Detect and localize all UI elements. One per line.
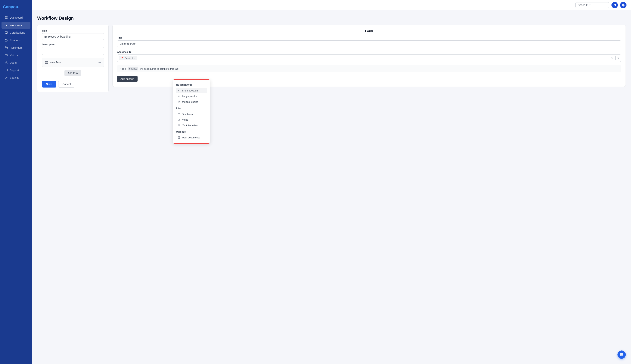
space-selector-text: Space X bbox=[578, 4, 588, 6]
title-input[interactable] bbox=[42, 33, 104, 40]
youtube-icon bbox=[178, 124, 181, 127]
sidebar-label-settings: Settings bbox=[10, 76, 19, 79]
title-label: Title bbox=[42, 29, 104, 32]
youtube-video-item[interactable]: Youtube video bbox=[176, 122, 207, 128]
sidebar-label-certifications: Certifications bbox=[10, 31, 25, 34]
info-label: Info bbox=[176, 107, 207, 110]
chat-icon bbox=[5, 68, 8, 72]
sidebar-label-videos: Videos bbox=[10, 54, 18, 57]
assign-clear-button[interactable]: ✕ bbox=[611, 56, 613, 60]
chevron-down-icon: ▾ bbox=[589, 4, 590, 6]
sidebar-item-users[interactable]: Users bbox=[2, 59, 31, 66]
svg-point-22 bbox=[179, 101, 180, 102]
tag-remove-button[interactable]: ✕ bbox=[134, 57, 136, 60]
save-button[interactable]: Save bbox=[42, 81, 56, 88]
right-panel: Form Title Assigned To 📍 Subject ✕ ✕ bbox=[112, 24, 626, 87]
add-task-button[interactable]: Add task bbox=[65, 70, 81, 76]
video-item-label: Video bbox=[182, 118, 188, 121]
video-icon bbox=[5, 54, 8, 57]
left-panel: Title Description New Task ⋯ Add task bbox=[37, 24, 109, 92]
svg-point-14 bbox=[6, 62, 7, 63]
user-icon bbox=[5, 61, 8, 64]
task-name: New Task bbox=[50, 61, 96, 64]
short-question-label: Short question bbox=[182, 89, 198, 92]
content-area: Workflow Design Title Description New Ta… bbox=[32, 10, 631, 364]
sidebar-label-users: Users bbox=[10, 61, 17, 64]
sidebar: Canyou. Dashboard Workflows bbox=[0, 0, 32, 364]
two-column-layout: Title Description New Task ⋯ Add task bbox=[37, 24, 626, 359]
form-title: Form bbox=[117, 29, 621, 33]
description-field: Description bbox=[42, 43, 104, 55]
text-block-item[interactable]: T Text block bbox=[176, 111, 207, 117]
bolt-icon bbox=[5, 24, 8, 27]
add-section-button[interactable]: Add section bbox=[117, 76, 138, 82]
svg-rect-1 bbox=[7, 16, 8, 18]
short-question-item[interactable]: Short question bbox=[176, 88, 207, 93]
sidebar-item-workflows[interactable]: Workflows bbox=[2, 22, 31, 29]
long-question-label: Long question bbox=[182, 95, 198, 98]
short-question-icon bbox=[178, 89, 181, 92]
form-title-label: Title bbox=[117, 36, 621, 39]
long-question-item[interactable]: Long question bbox=[176, 93, 207, 99]
sidebar-label-workflows: Workflows bbox=[10, 24, 22, 27]
youtube-video-label: Youtube video bbox=[182, 124, 198, 127]
description-label: Description bbox=[42, 43, 104, 46]
form-actions: Save Cancel bbox=[42, 81, 104, 88]
uploads-label: Uploads bbox=[176, 130, 207, 133]
subject-tag-label: Subject bbox=[125, 57, 133, 60]
space-selector[interactable]: Space X ▾ bbox=[575, 2, 609, 8]
more-icon[interactable]: ⋯ bbox=[98, 60, 101, 64]
svg-rect-18 bbox=[178, 95, 180, 97]
sidebar-item-reminders[interactable]: Reminders bbox=[2, 44, 31, 51]
svg-point-26 bbox=[179, 137, 180, 138]
sidebar-label-reminders: Reminders bbox=[10, 46, 23, 49]
text-block-icon: T bbox=[178, 112, 181, 116]
question-type-label: Question type bbox=[176, 84, 207, 86]
notification-button[interactable] bbox=[620, 2, 626, 8]
description-input[interactable] bbox=[42, 47, 104, 55]
assign-dropdown-button[interactable]: ▾ bbox=[617, 56, 619, 60]
sidebar-item-settings[interactable]: Settings bbox=[2, 74, 31, 81]
avatar-button[interactable]: FI bbox=[611, 2, 618, 8]
user-documents-item[interactable]: User documents bbox=[176, 135, 207, 140]
info-note: • The Subject will be required to comple… bbox=[117, 65, 621, 72]
svg-point-15 bbox=[6, 78, 7, 78]
sidebar-item-certifications[interactable]: Certifications bbox=[2, 29, 31, 36]
info-text-suffix: will be required to complete this task bbox=[140, 68, 179, 70]
video-item[interactable]: Video bbox=[176, 117, 207, 122]
pin-icon: 📍 bbox=[121, 57, 124, 60]
svg-rect-8 bbox=[5, 40, 7, 41]
sidebar-item-videos[interactable]: Videos bbox=[2, 52, 31, 59]
sidebar-item-positions[interactable]: Positions bbox=[2, 37, 31, 44]
task-grid-icon bbox=[45, 61, 48, 64]
assigned-to-section: Assigned To 📍 Subject ✕ ✕ ▾ bbox=[117, 50, 621, 62]
text-block-label: Text block bbox=[182, 113, 193, 116]
assigned-to-label: Assigned To bbox=[117, 50, 621, 53]
subject-tag[interactable]: 📍 Subject ✕ bbox=[119, 56, 137, 60]
cancel-button[interactable]: Cancel bbox=[58, 81, 75, 88]
avatar-label: FI bbox=[613, 4, 616, 6]
long-question-icon bbox=[178, 95, 181, 98]
sidebar-item-dashboard[interactable]: Dashboard bbox=[2, 14, 31, 21]
task-item[interactable]: New Task ⋯ bbox=[42, 58, 104, 67]
question-type-popup: Question type Short question bbox=[173, 79, 210, 144]
sidebar-item-support[interactable]: Support bbox=[2, 67, 31, 74]
multiple-choice-item[interactable]: Multiple choice bbox=[176, 99, 207, 104]
info-text-prefix: The bbox=[122, 68, 126, 70]
briefcase-icon bbox=[5, 38, 8, 42]
multiple-choice-label: Multiple choice bbox=[182, 100, 198, 103]
logo-text: Canyou. bbox=[3, 4, 19, 9]
certificate-icon bbox=[5, 31, 8, 34]
calendar-icon bbox=[5, 46, 8, 50]
svg-rect-13 bbox=[5, 54, 7, 56]
sidebar-label-support: Support bbox=[10, 69, 19, 72]
svg-rect-23 bbox=[178, 119, 180, 120]
topbar: Space X ▾ FI bbox=[32, 0, 631, 10]
gear-icon bbox=[5, 76, 8, 80]
svg-rect-9 bbox=[5, 47, 8, 49]
info-subject-tag: Subject bbox=[128, 67, 138, 70]
chat-bubble-button[interactable] bbox=[617, 350, 626, 359]
form-title-field: Title bbox=[117, 36, 621, 47]
form-title-input[interactable] bbox=[117, 40, 621, 47]
svg-rect-0 bbox=[5, 16, 6, 18]
